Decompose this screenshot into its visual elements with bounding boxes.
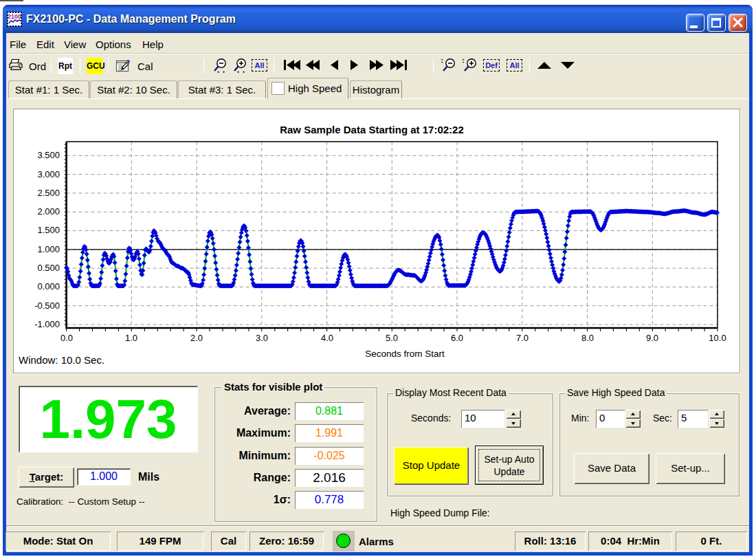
svg-text:3.500: 3.500 bbox=[37, 150, 60, 160]
svg-text:3.000: 3.000 bbox=[37, 169, 60, 179]
svg-text:1.0: 1.0 bbox=[125, 333, 137, 343]
svg-text:0.500: 0.500 bbox=[37, 263, 60, 273]
svg-text:1.500: 1.500 bbox=[37, 225, 60, 235]
svg-text:2.0: 2.0 bbox=[190, 333, 203, 343]
svg-text:2.000: 2.000 bbox=[37, 206, 60, 217]
svg-text:6.0: 6.0 bbox=[451, 333, 463, 343]
svg-text:0.0: 0.0 bbox=[60, 333, 73, 343]
svg-text:2100: 2100 bbox=[8, 13, 21, 20]
svg-text:3.0: 3.0 bbox=[256, 333, 268, 343]
svg-text:9.0: 9.0 bbox=[646, 333, 658, 343]
svg-text:-1.000: -1.000 bbox=[34, 319, 60, 329]
svg-text:10.0: 10.0 bbox=[709, 333, 726, 343]
svg-text:5.0: 5.0 bbox=[386, 333, 398, 343]
svg-text:7.0: 7.0 bbox=[516, 333, 529, 343]
svg-text:0.000: 0.000 bbox=[37, 281, 60, 292]
svg-text:8.0: 8.0 bbox=[581, 333, 594, 343]
svg-text:4.0: 4.0 bbox=[321, 333, 333, 343]
svg-text:2.500: 2.500 bbox=[37, 188, 60, 198]
svg-text:Seconds from Start: Seconds from Start bbox=[365, 349, 445, 359]
svg-text:Window: 10.0 Sec.: Window: 10.0 Sec. bbox=[19, 354, 104, 366]
svg-text:-0.500: -0.500 bbox=[34, 300, 60, 311]
svg-text:Raw Sample Data Starting at 17: Raw Sample Data Starting at 17:02:22 bbox=[280, 124, 464, 135]
svg-text:1.000: 1.000 bbox=[37, 244, 60, 254]
